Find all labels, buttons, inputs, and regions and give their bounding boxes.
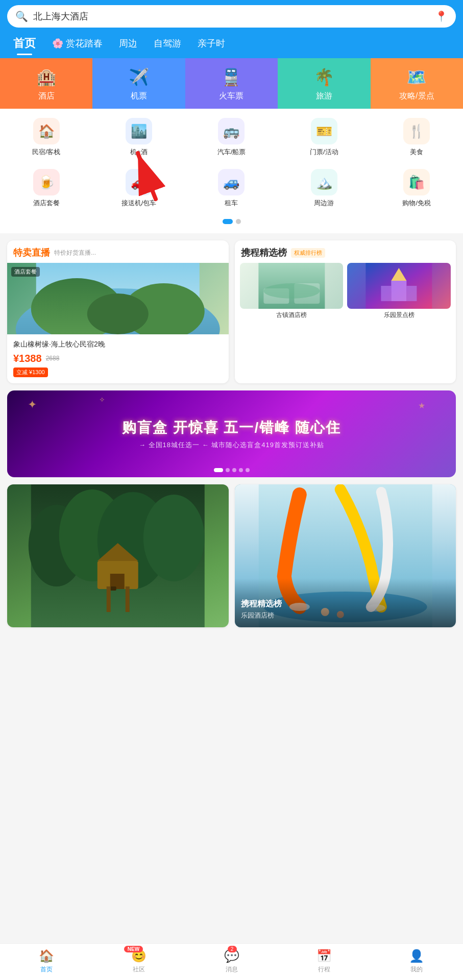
home-icon: 🏠	[39, 949, 54, 963]
cat-car[interactable]: 🚙 租车	[185, 165, 278, 212]
live-card[interactable]: 特卖直播 特价好货直播...	[7, 240, 229, 383]
category-section: 🏨 酒店 ✈️ 机票 🚆 火车票 🌴 旅游 🗺️ 攻略/景点 🏠 民宿/客栈 🏙…	[0, 58, 463, 233]
location-icon[interactable]: 📍	[435, 10, 448, 22]
message-badge: 2	[228, 946, 237, 952]
cat-flight-hotel[interactable]: 🏙️ 机+酒	[92, 114, 185, 161]
nav-tab-nearby[interactable]: 周边	[111, 34, 145, 53]
rank-img-1	[240, 263, 344, 309]
rank-item-2[interactable]: 乐园景点榜	[347, 263, 451, 320]
nav-trip-label: 行程	[318, 965, 330, 974]
nav-community-label: 社区	[133, 965, 145, 974]
svg-point-18	[143, 495, 205, 581]
live-title: 特卖直播	[13, 247, 50, 259]
food-icon: 🍴	[403, 118, 430, 144]
shopping-label: 购物/免税	[402, 199, 431, 208]
rank-item-1[interactable]: 古镇酒店榜	[240, 263, 344, 320]
banner-subtitle: → 全国18城任选一 ← 城市随心选盲盒419首发预订送补贴	[139, 440, 324, 450]
transfer-label: 接送机/包车	[121, 199, 157, 208]
hotel-pkg-label: 酒店套餐	[33, 199, 60, 208]
price-row: ¥1388 2688	[13, 353, 223, 364]
live-card-tag: 酒店套餐	[11, 267, 40, 277]
cat-nearby-tour[interactable]: 🏔️ 周边游	[278, 165, 370, 212]
waterslide-image: 携程精选榜 乐园酒店榜	[235, 484, 456, 627]
cat-food[interactable]: 🍴 美食	[371, 114, 463, 161]
category-top-row: 🏨 酒店 ✈️ 机票 🚆 火车票 🌴 旅游 🗺️ 攻略/景点	[0, 58, 463, 109]
photo-overlay: 携程精选榜 乐园酒店榜	[235, 578, 456, 627]
category-mid-row: 🏠 民宿/客栈 🏙️ 机+酒 🚌 汽车/船票 🎫 门票/活动 🍴 美食	[0, 109, 463, 163]
nearby-tour-label: 周边游	[314, 199, 334, 208]
photo-card-2[interactable]: 携程精选榜 乐园酒店榜	[235, 484, 456, 627]
car-icon: 🚙	[218, 169, 245, 195]
svg-rect-24	[126, 586, 130, 612]
cat-train[interactable]: 🚆 火车票	[185, 58, 278, 109]
live-subtitle: 特价好货直播...	[54, 249, 96, 257]
rank-label-2: 乐园景点榜	[347, 311, 451, 320]
nav-home[interactable]: 🏠 首页	[0, 944, 92, 980]
flight-label: 机票	[131, 91, 147, 102]
guide-label: 攻略/景点	[399, 91, 434, 102]
cat-bus-boat[interactable]: 🚌 汽车/船票	[185, 114, 278, 161]
nav-trip[interactable]: 📅 行程	[278, 944, 370, 980]
new-badge: NEW	[124, 946, 143, 952]
mine-icon: 👤	[409, 949, 424, 963]
cat-flight[interactable]: ✈️ 机票	[92, 58, 185, 109]
hotel-icon: 🏨	[36, 67, 57, 87]
photos-row: 携程精选榜 乐园酒店榜	[0, 484, 463, 678]
authority-badge: 权威排行榜	[291, 248, 325, 258]
rank-items: 古镇酒店榜	[235, 263, 456, 325]
train-icon: 🚆	[221, 67, 241, 87]
nav-community[interactable]: 😊 NEW 社区	[92, 944, 185, 980]
rank-svg-1	[240, 263, 344, 309]
tour-icon: 🌴	[314, 67, 334, 87]
rank-title: 携程精选榜	[241, 247, 287, 259]
rank-svg-2	[347, 263, 451, 309]
guide-icon: 🗺️	[406, 67, 427, 87]
bus-boat-icon: 🚌	[218, 118, 245, 144]
nav-tab-flower[interactable]: 🌸 赏花踏春	[44, 34, 111, 53]
star-deco-3: ✧	[99, 396, 105, 404]
bottom-nav: 🏠 首页 😊 NEW 社区 💬 2 消息 📅 行程 👤 我的	[0, 943, 463, 980]
dot-2	[236, 219, 241, 224]
tickets-label: 门票/活动	[310, 148, 338, 157]
star-deco-2: ★	[418, 401, 425, 410]
cat-hotel[interactable]: 🏨 酒店	[0, 58, 92, 109]
rank-img-2	[347, 263, 451, 309]
lake-image-svg	[7, 263, 229, 334]
svg-point-4	[87, 293, 149, 334]
food-label: 美食	[410, 148, 423, 157]
discount-badge: 立减 ¥1300	[13, 368, 48, 377]
live-image	[7, 263, 229, 334]
cat-guide[interactable]: 🗺️ 攻略/景点	[371, 58, 463, 109]
nav-tabs: 首页 🌸 赏花踏春 周边 自驾游 亲子时	[0, 33, 463, 58]
search-input-wrap[interactable]: 🔍 北上海大酒店 📍	[7, 5, 456, 28]
photo-card-1[interactable]	[7, 484, 229, 627]
cat-transfer[interactable]: 🚗 接送机/包车	[92, 165, 185, 212]
svg-rect-11	[392, 281, 407, 301]
cat-tour[interactable]: 🌴 旅游	[278, 58, 370, 109]
nav-home-label: 首页	[40, 965, 53, 974]
promo-banner[interactable]: ✦ ★ ✧ 购盲盒 开惊喜 五一/错峰 随心住 → 全国18城任选一 ← 城市随…	[7, 390, 456, 477]
hotel-pkg-icon: 🍺	[33, 169, 60, 195]
trip-icon: 📅	[316, 949, 332, 963]
live-card-header: 特卖直播 特价好货直播...	[7, 240, 229, 263]
rank-card-header: 携程精选榜 权威排行榜	[235, 240, 456, 263]
cat-tickets[interactable]: 🎫 门票/活动	[278, 114, 370, 161]
flight-icon: ✈️	[129, 67, 149, 87]
page-dots	[0, 216, 463, 229]
price-new: ¥1388	[13, 353, 42, 364]
cat-homestay[interactable]: 🏠 民宿/客栈	[0, 114, 92, 161]
cat-shopping[interactable]: 🛍️ 购物/免税	[371, 165, 463, 212]
nav-tab-drive[interactable]: 自驾游	[145, 34, 189, 53]
search-text: 北上海大酒店	[33, 10, 430, 22]
nav-tab-home[interactable]: 首页	[5, 33, 44, 54]
banner-dot-4	[239, 468, 243, 472]
transfer-icon: 🚗	[126, 169, 152, 195]
cat-hotel-pkg[interactable]: 🍺 酒店套餐	[0, 165, 92, 212]
banner-title: 购盲盒 开惊喜 五一/错峰 随心住	[122, 418, 341, 437]
nav-tab-family[interactable]: 亲子时	[189, 34, 233, 53]
svg-rect-23	[107, 586, 111, 612]
search-bar: 🔍 北上海大酒店 📍	[0, 0, 463, 33]
nav-message[interactable]: 💬 2 消息	[185, 944, 278, 980]
nav-mine[interactable]: 👤 我的	[371, 944, 463, 980]
rank-card[interactable]: 携程精选榜 权威排行榜	[235, 240, 456, 383]
